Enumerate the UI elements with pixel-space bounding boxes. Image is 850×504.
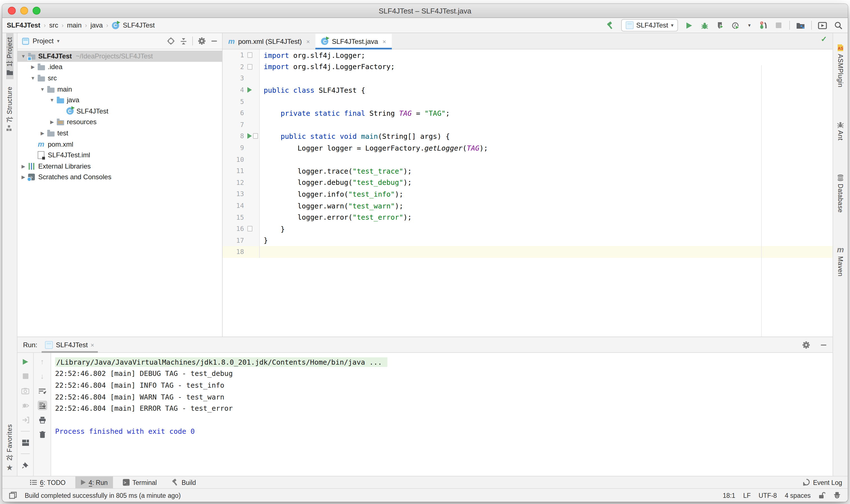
tree-expand-icon[interactable]: ▶: [29, 64, 37, 70]
print-icon[interactable]: [37, 415, 47, 425]
breadcrumb-item[interactable]: main: [67, 21, 82, 29]
run-console-output[interactable]: /Library/Java/JavaVirtualMachines/jdk1.8…: [51, 353, 833, 476]
lock-icon[interactable]: [818, 492, 825, 499]
tree-expand-icon[interactable]: ▼: [29, 75, 37, 81]
hide-panel-icon[interactable]: [211, 38, 217, 44]
tree-item-slf4jtest-iml[interactable]: SLF4JTest.iml: [17, 150, 222, 161]
file-encoding[interactable]: UTF-8: [759, 492, 777, 499]
code-line-6[interactable]: 6 private static final String TAG = "TAG…: [223, 107, 833, 119]
profiler-button[interactable]: [731, 20, 741, 30]
code-line-8[interactable]: 8 public static void main(String[] args)…: [223, 130, 833, 142]
tool-window-stripe-button-favorites[interactable]: 2: Favorites★: [6, 420, 13, 476]
breadcrumb-item[interactable]: src: [49, 21, 58, 29]
fold-marker-icon[interactable]: [253, 133, 258, 139]
build-hammer-icon[interactable]: [605, 20, 616, 30]
tree-item-java[interactable]: ▼java: [17, 95, 222, 106]
fold-marker-icon[interactable]: [247, 226, 252, 232]
tool-window-stripe-button-project[interactable]: 1: Project: [6, 33, 13, 79]
hector-inspector-icon[interactable]: [833, 492, 841, 499]
code-line-9[interactable]: 9 Logger logger = LoggerFactory.getLogge…: [223, 142, 833, 154]
code-line-14[interactable]: 14 logger.warn("test_warn");: [223, 200, 833, 211]
tree-item-src[interactable]: ▼src: [17, 72, 222, 84]
rerun-button[interactable]: [20, 357, 30, 366]
down-stack-trace-icon[interactable]: ↓: [37, 372, 47, 381]
run-anything-button[interactable]: [817, 20, 828, 30]
tree-expand-icon[interactable]: ▼: [39, 86, 46, 92]
tree-expand-icon[interactable]: ▶: [20, 175, 27, 180]
tree-item-resources[interactable]: ▶resources: [17, 116, 222, 128]
code-line-11[interactable]: 11 logger.trace("test_trace");: [223, 165, 833, 177]
code-line-7[interactable]: 7: [223, 119, 833, 130]
editor-tab-pom-xml--slf4jtest-[interactable]: mpom.xml (SLF4JTest)×: [223, 34, 316, 49]
fold-marker-icon[interactable]: [247, 64, 252, 70]
run-with-coverage-button[interactable]: [715, 20, 725, 30]
tree-item-external-libraries[interactable]: ▶External Libraries: [17, 161, 222, 172]
tree-item-slf4jtest[interactable]: CSLF4JTest: [17, 106, 222, 116]
restore-layout-icon[interactable]: [20, 438, 30, 447]
gear-icon[interactable]: [198, 37, 206, 45]
breadcrumb-item[interactable]: java: [90, 21, 103, 29]
run-tab[interactable]: SLF4JTest ×: [42, 337, 98, 352]
tool-window-stripe-button-structure[interactable]: 7: Structure: [6, 82, 13, 135]
inspections-ok-icon[interactable]: ✓: [821, 35, 827, 43]
debug-button[interactable]: [700, 20, 709, 30]
editor-tab-slf4jtest-java[interactable]: CSLF4JTest.java×: [316, 34, 392, 49]
code-line-18[interactable]: 18: [223, 246, 833, 258]
tree-item-scratches-and-consoles[interactable]: ▶>Scratches and Consoles: [17, 172, 222, 183]
close-icon[interactable]: ×: [383, 38, 386, 45]
tool-window-stripe-button-ant[interactable]: Ant: [836, 117, 844, 144]
run-line-icon[interactable]: [247, 87, 252, 93]
project-structure-button[interactable]: [795, 20, 805, 30]
tree-item-pom-xml[interactable]: mpom.xml: [17, 139, 222, 150]
search-everywhere-icon[interactable]: [833, 20, 843, 30]
close-icon[interactable]: ×: [306, 38, 310, 45]
event-log-button[interactable]: Event Log: [803, 479, 842, 486]
up-stack-trace-icon[interactable]: ↑: [37, 357, 47, 366]
code-line-5[interactable]: 5: [223, 96, 833, 107]
run-line-icon[interactable]: [247, 133, 252, 139]
step-into-output-icon[interactable]: [20, 415, 30, 425]
tree-expand-icon[interactable]: ▶: [39, 130, 46, 136]
locate-file-icon[interactable]: [167, 37, 175, 45]
hide-panel-icon[interactable]: [820, 341, 827, 348]
code-line-4[interactable]: 4public class SLF4JTest {: [223, 84, 833, 96]
code-line-2[interactable]: 2import org.slf4j.LoggerFactory;: [223, 61, 833, 72]
line-ending[interactable]: LF: [743, 492, 751, 499]
run-configuration-select[interactable]: SLF4JTest ▾: [621, 19, 678, 32]
tool-window-tab-build[interactable]: Build: [166, 476, 201, 488]
tree-item-slf4jtest[interactable]: ▼SLF4JTest~/IdeaProjects/SLF4JTest: [17, 51, 222, 61]
breadcrumb-item[interactable]: SLF4JTest: [7, 21, 40, 29]
run-button[interactable]: [684, 20, 694, 30]
tree-expand-icon[interactable]: ▼: [48, 97, 56, 103]
project-panel-title[interactable]: Project: [33, 37, 54, 45]
screenshot-icon[interactable]: [20, 386, 30, 396]
code-line-12[interactable]: 12 logger.debug("test_debug");: [223, 177, 833, 188]
pin-tab-icon[interactable]: [20, 460, 30, 470]
tree-item-main[interactable]: ▼main: [17, 84, 222, 95]
tool-window-stripe-button-database[interactable]: Database: [837, 170, 844, 217]
soft-wrap-icon[interactable]: [37, 386, 47, 396]
tool-window-tab-run[interactable]: 4: Run: [75, 476, 113, 488]
indent-setting[interactable]: 4 spaces: [785, 492, 811, 499]
editor-body[interactable]: 1import org.slf4j.Logger;2import org.slf…: [223, 50, 833, 337]
tree-expand-icon[interactable]: ▶: [48, 120, 56, 125]
code-line-10[interactable]: 10: [223, 154, 833, 165]
tree-expand-icon[interactable]: ▼: [20, 53, 27, 59]
tool-window-stripe-button-asmplugin[interactable]: ASASMPlugin: [836, 40, 844, 91]
code-line-1[interactable]: 1import org.slf4j.Logger;: [223, 50, 833, 61]
breadcrumb-item[interactable]: SLF4JTest: [123, 21, 155, 29]
caret-position[interactable]: 18:1: [723, 492, 735, 499]
tool-window-stripe-button-maven[interactable]: mMaven: [837, 242, 844, 281]
status-message[interactable]: Build completed successfully in 805 ms (…: [25, 492, 181, 499]
stop-button[interactable]: [20, 372, 30, 381]
close-icon[interactable]: ×: [90, 341, 94, 348]
collapse-all-icon[interactable]: [180, 37, 187, 45]
tree-item-test[interactable]: ▶test: [17, 128, 222, 139]
tool-window-tab-terminal[interactable]: >_Terminal: [117, 476, 162, 488]
tree-expand-icon[interactable]: ▶: [20, 163, 27, 169]
code-line-3[interactable]: 3: [223, 72, 833, 84]
code-line-17[interactable]: 17}: [223, 235, 833, 246]
clear-console-icon[interactable]: [37, 430, 47, 439]
tree-item--idea[interactable]: ▶.idea: [17, 61, 222, 72]
code-line-13[interactable]: 13 logger.info("test_info");: [223, 188, 833, 200]
